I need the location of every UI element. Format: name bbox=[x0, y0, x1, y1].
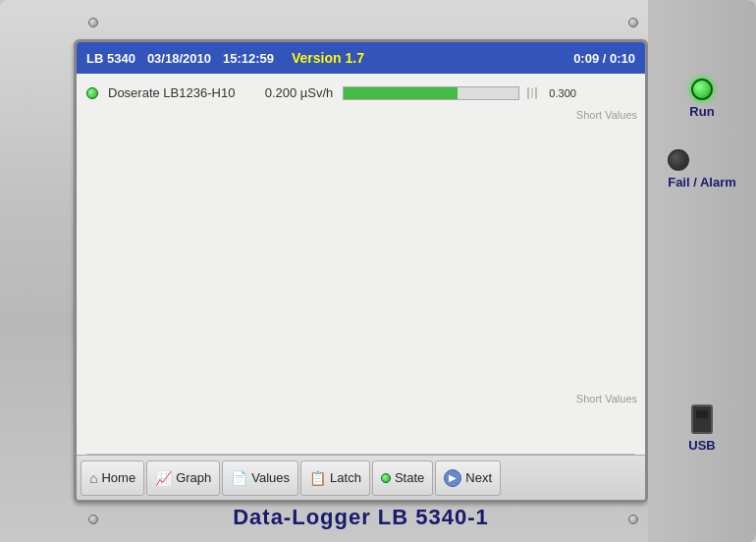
fail-alarm-led bbox=[668, 149, 689, 171]
usb-port-icon[interactable] bbox=[691, 405, 713, 434]
values-icon: 📄 bbox=[231, 470, 247, 486]
screen-header: LB 5340 03/18/2010 15:12:59 Version 1.7 … bbox=[77, 42, 645, 74]
screw-tr bbox=[628, 18, 638, 27]
usb-label: USB bbox=[688, 438, 715, 454]
device-label: Data-Logger LB 5340-1 bbox=[74, 505, 648, 530]
bar-max: 0.300 bbox=[549, 87, 576, 99]
header-date: 03/18/2010 bbox=[147, 51, 211, 66]
short-values-bottom: Short Values bbox=[576, 393, 637, 405]
next-arrow-icon: ▶ bbox=[444, 469, 461, 487]
screen: LB 5340 03/18/2010 15:12:59 Version 1.7 … bbox=[77, 42, 645, 500]
header-timer: 0:09 / 0:10 bbox=[573, 51, 635, 66]
latch-label: Latch bbox=[330, 470, 361, 485]
bar-track bbox=[343, 86, 519, 100]
graph-icon: 📈 bbox=[155, 470, 172, 486]
next-button[interactable]: ▶ Next bbox=[435, 461, 501, 496]
doserate-name: Doserate LB1236-H10 bbox=[108, 85, 235, 100]
home-label: Home bbox=[101, 470, 135, 485]
values-label: Values bbox=[251, 470, 290, 485]
state-dot-icon bbox=[381, 473, 391, 483]
bar-container: 0.300 bbox=[343, 86, 635, 100]
values-button[interactable]: 📄 Values bbox=[222, 461, 298, 496]
bar-fill bbox=[344, 87, 458, 99]
run-led bbox=[691, 79, 713, 100]
run-label: Run bbox=[689, 104, 714, 120]
graph-button[interactable]: 📈 Graph bbox=[146, 461, 220, 496]
home-button[interactable]: ⌂ Home bbox=[81, 461, 144, 496]
toolbar: ⌂ Home 📈 Graph 📄 Values 📋 Latch bbox=[77, 455, 645, 500]
fail-alarm-label: Fail / Alarm bbox=[668, 175, 736, 190]
latch-button[interactable]: 📋 Latch bbox=[300, 461, 370, 496]
screw-tl bbox=[88, 18, 98, 27]
doserate-row: Doserate LB1236-H10 0.200 µSv/h 0.300 bbox=[86, 85, 635, 100]
device-id: LB 5340 bbox=[86, 51, 135, 66]
next-label: Next bbox=[465, 470, 492, 485]
home-icon: ⌂ bbox=[89, 470, 97, 486]
right-panel: Run Fail / Alarm USB bbox=[648, 0, 756, 542]
header-version: Version 1.7 bbox=[292, 50, 364, 66]
screen-content: Short Values Doserate LB1236-H10 0.200 µ… bbox=[77, 74, 645, 454]
latch-icon: 📋 bbox=[309, 470, 326, 486]
header-time: 15:12:59 bbox=[223, 51, 274, 66]
usb-section: USB bbox=[688, 405, 715, 454]
header-left: LB 5340 03/18/2010 15:12:59 bbox=[86, 51, 274, 66]
fail-alarm-section: Fail / Alarm bbox=[668, 149, 736, 190]
doserate-value: 0.200 µSv/h bbox=[244, 85, 333, 100]
screen-container: LB 5340 03/18/2010 15:12:59 Version 1.7 … bbox=[74, 39, 648, 503]
run-indicator: Run bbox=[689, 79, 714, 120]
state-button[interactable]: State bbox=[372, 461, 433, 496]
chassis: LB 5340 03/18/2010 15:12:59 Version 1.7 … bbox=[0, 0, 756, 542]
status-dot bbox=[86, 87, 98, 99]
short-values-top: Short Values bbox=[576, 109, 637, 121]
state-label: State bbox=[395, 470, 424, 485]
graph-label: Graph bbox=[176, 470, 211, 485]
